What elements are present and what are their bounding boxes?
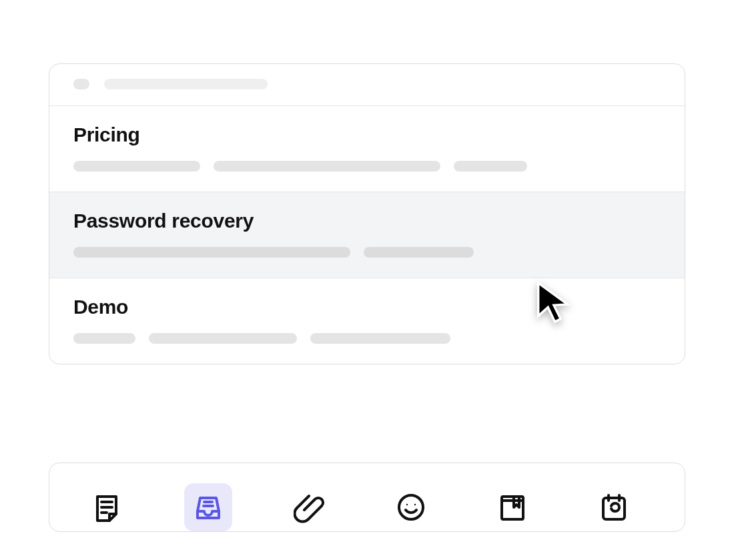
- svg-point-7: [414, 504, 416, 505]
- note-icon: [91, 491, 123, 523]
- list-item-preview: [73, 247, 661, 258]
- list-item-preview: [73, 333, 661, 344]
- placeholder-bar: [149, 333, 297, 344]
- list-item-demo[interactable]: Demo: [49, 278, 685, 364]
- emoji-button[interactable]: [387, 483, 435, 531]
- header-placeholder-bar: [104, 79, 268, 89]
- bookmark-button[interactable]: [488, 483, 536, 531]
- inbox-button[interactable]: [184, 483, 232, 531]
- inbox-icon: [192, 491, 224, 523]
- placeholder-bar: [454, 161, 527, 172]
- attachment-icon: [294, 491, 326, 523]
- note-button[interactable]: [83, 483, 131, 531]
- list-item-preview: [73, 161, 661, 172]
- placeholder-bar: [364, 247, 474, 258]
- placeholder-bar: [310, 333, 450, 344]
- placeholder-bar: [73, 161, 200, 172]
- template-list-panel: Pricing Password recovery Demo: [49, 63, 685, 364]
- placeholder-bar: [73, 247, 350, 258]
- editor-toolbar: [49, 463, 685, 532]
- attachment-button[interactable]: [286, 483, 334, 531]
- list-item-title: Password recovery: [73, 210, 661, 232]
- list-item-pricing[interactable]: Pricing: [49, 106, 685, 192]
- svg-point-5: [399, 495, 423, 519]
- list-item-password-recovery[interactable]: Password recovery: [49, 192, 685, 278]
- header-placeholder-dot: [73, 79, 89, 89]
- calendar-icon: [598, 491, 630, 523]
- placeholder-bar: [73, 333, 135, 344]
- placeholder-bar: [214, 161, 440, 172]
- list-item-title: Demo: [73, 296, 661, 318]
- emoji-icon: [395, 491, 427, 523]
- svg-point-6: [406, 504, 408, 505]
- bookmark-icon: [496, 491, 528, 523]
- svg-rect-10: [603, 498, 625, 519]
- calendar-button[interactable]: [590, 483, 638, 531]
- list-item-title: Pricing: [73, 123, 661, 146]
- panel-header: [49, 64, 685, 106]
